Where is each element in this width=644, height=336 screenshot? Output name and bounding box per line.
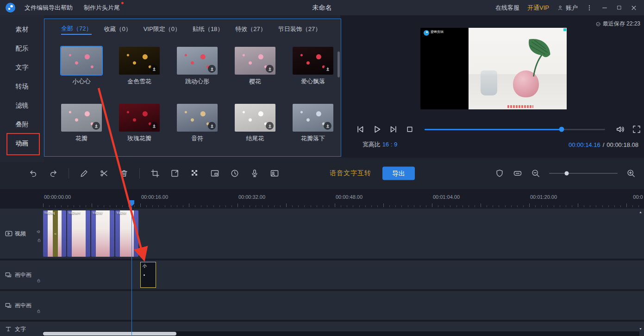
vip-upgrade-link[interactable]: 开通VIP: [527, 4, 549, 12]
library-scrollbar[interactable]: [338, 51, 340, 77]
edit-icon[interactable]: [80, 169, 89, 178]
fit-timeline-icon[interactable]: [513, 169, 522, 178]
sidebar-item-3[interactable]: 文字: [0, 58, 44, 77]
online-support-link[interactable]: 在线客服: [495, 4, 519, 12]
download-icon[interactable]: [324, 65, 331, 73]
ruler-tick: [189, 203, 189, 207]
pip-track-1-header: 画中画: [0, 260, 43, 289]
zoom-in-icon[interactable]: [626, 169, 636, 178]
account-button[interactable]: 账户: [557, 4, 578, 12]
menu-item-1[interactable]: 文件: [25, 4, 37, 11]
preview-info-row: 宽高比 16 : 9 00:00:14.16/00:00:18.08: [340, 137, 644, 152]
menu-item-4[interactable]: 帮助: [61, 4, 73, 11]
menu-item-3[interactable]: 导出: [49, 4, 61, 11]
redo-icon[interactable]: [49, 169, 58, 178]
download-icon[interactable]: [266, 65, 274, 73]
voice-text-convert-button[interactable]: 语音文字互转: [330, 169, 371, 178]
download-icon[interactable]: [324, 122, 331, 130]
library-item-7[interactable]: 玫瑰花瓣: [119, 104, 160, 142]
library-item-9[interactable]: 结尾花: [235, 104, 275, 142]
resize-icon[interactable]: [170, 169, 180, 178]
download-icon[interactable]: [266, 122, 274, 130]
microphone-icon[interactable]: [250, 169, 259, 178]
library-item-10[interactable]: 花瓣落下: [293, 104, 333, 142]
menu-item-2[interactable]: 编辑: [37, 4, 49, 11]
previous-frame-button[interactable]: [355, 124, 365, 134]
close-button[interactable]: [630, 4, 638, 12]
track-lock-icon[interactable]: [36, 278, 41, 283]
timeline-scroll-up-arrow[interactable]: ▲: [639, 210, 642, 214]
minimize-button[interactable]: [601, 4, 608, 12]
library-tab-3[interactable]: VIP限定（0）: [144, 25, 181, 34]
more-menu-icon[interactable]: [586, 4, 593, 12]
timeline-hscrollbar[interactable]: [43, 332, 176, 336]
split-icon[interactable]: [100, 169, 109, 178]
stop-button[interactable]: [405, 125, 414, 134]
ruler-tick: [638, 205, 639, 207]
maximize-button[interactable]: [616, 5, 622, 11]
library-tab-2[interactable]: 收藏（0）: [104, 25, 131, 34]
fullscreen-button[interactable]: [632, 125, 641, 134]
mosaic-icon[interactable]: [190, 169, 200, 178]
video-clip-3[interactable]: TB2W: [91, 210, 114, 257]
library-tab-6[interactable]: 节日装饰（27）: [278, 25, 321, 34]
menu-item-make-intro-outro[interactable]: 制作片头片尾: [84, 4, 120, 12]
library-item-4[interactable]: 樱花: [235, 47, 275, 85]
timeline-zoom-slider[interactable]: [549, 173, 618, 174]
app-logo-icon[interactable]: [6, 3, 15, 13]
library-item-6[interactable]: 花瓣: [61, 104, 102, 142]
pip-overlay-icon[interactable]: [210, 169, 219, 178]
pip-clip-xiaoxinxin[interactable]: 小: [140, 262, 156, 288]
library-item-5[interactable]: 爱心飘落: [293, 47, 333, 85]
download-icon[interactable]: [208, 122, 216, 130]
library-tab-5[interactable]: 特效（27）: [235, 25, 266, 34]
video-track[interactable]: 视频 TB2xq<TB2wHTB2WTB2M: [0, 209, 644, 259]
undo-icon[interactable]: [29, 169, 38, 178]
pip-track-1[interactable]: 画中画 小: [0, 260, 644, 289]
sidebar-item-7[interactable]: 动画: [0, 134, 44, 153]
sidebar-item-2[interactable]: 配乐: [0, 39, 44, 58]
track-lock-icon[interactable]: [36, 309, 41, 314]
aspect-ratio[interactable]: 宽高比 16 : 9: [363, 140, 397, 149]
timeline-ruler[interactable]: 00:00:00.0000:00:16.0000:00:32.0000:00:4…: [0, 189, 644, 208]
sidebar-item-1[interactable]: 素材: [0, 20, 44, 39]
play-button[interactable]: [372, 124, 382, 134]
volume-button[interactable]: [615, 124, 625, 134]
library-tab-1[interactable]: 全部（72）: [61, 25, 92, 35]
pip-track-2[interactable]: 画中画: [0, 291, 644, 320]
library-item-8[interactable]: 音符: [177, 104, 218, 142]
library-item-2[interactable]: 金色雪花: [119, 47, 160, 85]
duration-icon[interactable]: [230, 169, 239, 178]
delete-icon[interactable]: [119, 169, 129, 178]
download-icon[interactable]: [208, 65, 216, 73]
ruler-tick: [377, 205, 378, 207]
watermark-toggle-icon[interactable]: [495, 169, 504, 178]
preview-canvas[interactable]: 蜜蜂剪辑: [420, 28, 567, 109]
video-clip-4[interactable]: TB2M: [115, 210, 138, 257]
sidebar-item-5[interactable]: 滤镜: [0, 96, 44, 115]
library-tab-4[interactable]: 贴纸（18）: [193, 25, 223, 34]
download-icon[interactable]: [150, 65, 158, 73]
seek-handle[interactable]: [559, 127, 564, 132]
timeline-scroll-down-arrow[interactable]: ▼: [639, 327, 642, 330]
seek-bar[interactable]: [425, 129, 605, 130]
export-button[interactable]: 导出: [382, 167, 415, 180]
preview-video-frame: [469, 28, 567, 109]
download-icon[interactable]: [150, 122, 158, 130]
next-frame-button[interactable]: [388, 124, 399, 134]
selection-handle[interactable]: [563, 28, 566, 31]
zoom-slider-handle[interactable]: [565, 171, 569, 176]
library-item-3[interactable]: 跳动心形: [177, 47, 218, 85]
ruler-tick: [219, 205, 220, 207]
record-icon[interactable]: [270, 169, 279, 178]
library-item-1[interactable]: 小心心: [61, 47, 102, 85]
track-lock-icon[interactable]: [37, 238, 42, 243]
video-clip-2[interactable]: TB2wH: [67, 210, 90, 257]
track-mute-icon[interactable]: [36, 229, 42, 235]
sidebar-item-4[interactable]: 转场: [0, 77, 44, 96]
download-icon[interactable]: [92, 122, 100, 130]
video-clip-1[interactable]: TB2xq<: [43, 210, 66, 257]
sidebar-item-6[interactable]: 叠附: [0, 115, 44, 134]
crop-icon[interactable]: [150, 169, 160, 178]
zoom-out-icon[interactable]: [531, 169, 540, 178]
